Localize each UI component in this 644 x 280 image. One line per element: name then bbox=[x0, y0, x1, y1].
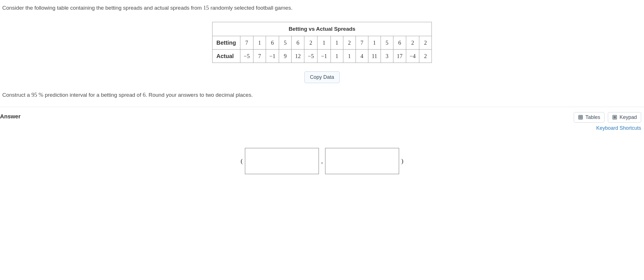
svg-rect-0 bbox=[579, 115, 583, 119]
cell: 5 bbox=[279, 36, 292, 50]
instr-part3: . Round your answers to two decimal plac… bbox=[146, 92, 253, 98]
instr-value: 6 bbox=[143, 92, 146, 98]
cell: 2 bbox=[304, 36, 317, 50]
keypad-icon bbox=[612, 115, 617, 120]
cell: 5 bbox=[381, 36, 393, 50]
row-label-betting: Betting bbox=[212, 36, 240, 50]
cell: 9 bbox=[279, 50, 292, 63]
row-label-actual: Actual bbox=[212, 50, 240, 63]
cell: 2 bbox=[343, 36, 356, 50]
svg-point-11 bbox=[615, 117, 616, 118]
cell: 11 bbox=[368, 50, 381, 63]
cell: 2 bbox=[419, 36, 432, 50]
svg-point-6 bbox=[614, 116, 614, 117]
tables-button[interactable]: Tables bbox=[574, 112, 604, 123]
cell: 12 bbox=[292, 50, 304, 63]
table-row: Actual −5 7 −1 9 12 −5 −1 1 1 4 11 3 17 … bbox=[212, 50, 432, 63]
cell: 1 bbox=[368, 36, 381, 50]
svg-point-8 bbox=[615, 116, 616, 117]
answer-inputs: ( , ) bbox=[0, 134, 644, 180]
cell: 7 bbox=[356, 36, 368, 50]
instruction-text: Construct a 95 % prediction interval for… bbox=[0, 90, 644, 107]
cell: 6 bbox=[292, 36, 304, 50]
question-count: 15 bbox=[203, 5, 209, 11]
cell: 1 bbox=[253, 36, 266, 50]
cell: 7 bbox=[240, 36, 253, 50]
cell: −5 bbox=[240, 50, 253, 63]
cell: −1 bbox=[266, 50, 279, 63]
keyboard-shortcuts-link[interactable]: Keyboard Shortcuts bbox=[596, 124, 641, 132]
cell: 6 bbox=[393, 36, 406, 50]
svg-point-12 bbox=[614, 118, 614, 118]
cell: −5 bbox=[304, 50, 317, 63]
table-row: Betting 7 1 6 5 6 2 1 1 2 7 1 5 6 2 2 bbox=[212, 36, 432, 50]
copy-data-button[interactable]: Copy Data bbox=[304, 71, 339, 83]
cell: 17 bbox=[393, 50, 406, 63]
question-text-part2: randomly selected football games. bbox=[209, 5, 293, 11]
cell: 2 bbox=[406, 36, 419, 50]
question-intro: Consider the following table containing … bbox=[0, 3, 644, 19]
instr-percent: 95 % bbox=[31, 92, 43, 98]
cell: −4 bbox=[406, 50, 419, 63]
instr-part2: prediction interval for a betting spread… bbox=[43, 92, 143, 98]
open-paren: ( bbox=[240, 156, 244, 166]
table-title: Betting vs Actual Spreads bbox=[212, 22, 432, 36]
answer-heading: Answer bbox=[0, 112, 20, 121]
cell: 3 bbox=[381, 50, 393, 63]
keypad-button[interactable]: Keypad bbox=[608, 112, 641, 123]
cell: 1 bbox=[343, 50, 356, 63]
svg-point-13 bbox=[614, 118, 615, 118]
keypad-button-label: Keypad bbox=[620, 114, 637, 120]
instr-part1: Construct a bbox=[2, 92, 31, 98]
comma: , bbox=[320, 156, 324, 166]
close-paren: ) bbox=[400, 156, 404, 166]
cell: 6 bbox=[266, 36, 279, 50]
spreads-table: Betting vs Actual Spreads Betting 7 1 6 … bbox=[212, 22, 432, 63]
lower-bound-input[interactable] bbox=[245, 148, 319, 174]
table-icon bbox=[578, 115, 583, 120]
cell: 7 bbox=[253, 50, 266, 63]
svg-point-10 bbox=[614, 117, 615, 118]
cell: 1 bbox=[331, 50, 343, 63]
svg-point-9 bbox=[614, 117, 614, 118]
svg-point-7 bbox=[614, 116, 615, 117]
question-text-part1: Consider the following table containing … bbox=[2, 5, 203, 11]
cell: 1 bbox=[331, 36, 343, 50]
cell: 1 bbox=[317, 36, 331, 50]
cell: 2 bbox=[419, 50, 432, 63]
tables-button-label: Tables bbox=[585, 114, 600, 120]
svg-point-14 bbox=[615, 118, 616, 118]
cell: −1 bbox=[317, 50, 331, 63]
upper-bound-input[interactable] bbox=[325, 148, 399, 174]
cell: 4 bbox=[356, 50, 368, 63]
